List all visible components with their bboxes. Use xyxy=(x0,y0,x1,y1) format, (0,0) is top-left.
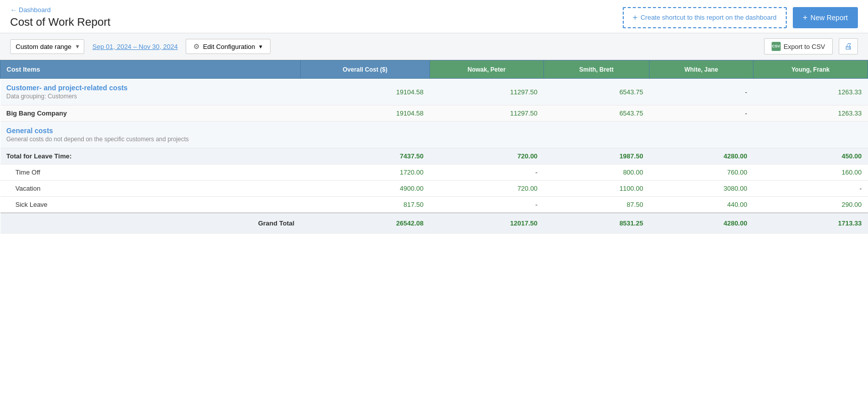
filter-toolbar: Custom date range ▼ Sep 01, 2024 – Nov 3… xyxy=(0,33,868,60)
col-header-person-4: Young, Frank xyxy=(753,61,868,79)
top-right-actions: + Create shortcut to this report on the … xyxy=(623,7,858,28)
section-general-title: General costs xyxy=(7,127,862,135)
vacation-col4: - xyxy=(753,181,868,197)
sick-leave-col2: 87.50 xyxy=(544,197,649,213)
report-table: Cost Items Overall Cost ($) Nowak, Peter… xyxy=(0,60,868,234)
customer-row-bigbang: Big Bang Company 19104.58 11297.50 6543.… xyxy=(1,105,868,122)
plus-icon-new: + xyxy=(803,13,807,22)
sick-leave-overall: 817.50 xyxy=(300,197,429,213)
section-customer-label: Customer- and project-related costs Data… xyxy=(1,79,301,105)
date-range-select[interactable]: Custom date range xyxy=(10,39,84,54)
sub-row-sick-leave: Sick Leave 817.50 - 87.50 440.00 290.00 xyxy=(1,197,868,213)
new-report-button[interactable]: + New Report xyxy=(793,7,858,28)
time-off-overall: 1720.00 xyxy=(300,164,429,181)
sick-leave-col1: - xyxy=(429,197,544,213)
leave-time-total-col3: 4280.00 xyxy=(649,148,753,164)
section-header-general: General costs General costs do not depen… xyxy=(1,122,868,148)
top-bar: ← Dashboard Cost of Work Report + Create… xyxy=(0,0,868,33)
vacation-col2: 1100.00 xyxy=(544,181,649,197)
section-customer-col2: 6543.75 xyxy=(544,79,649,105)
vacation-overall: 4900.00 xyxy=(300,181,429,197)
grand-total-overall: 26542.08 xyxy=(300,213,429,234)
bigbang-overall: 19104.58 xyxy=(300,105,429,122)
sick-leave-label: Sick Leave xyxy=(1,197,301,213)
toolbar-right: CSV Export to CSV 🖨 xyxy=(764,38,858,54)
edit-configuration-button[interactable]: ⚙ Edit Configuration ▼ xyxy=(186,39,270,54)
grand-total-col2: 8531.25 xyxy=(544,213,649,234)
bigbang-col2: 6543.75 xyxy=(544,105,649,122)
section-customer-col3: - xyxy=(649,79,753,105)
time-off-col2: 800.00 xyxy=(544,164,649,181)
dropdown-arrow-icon: ▼ xyxy=(258,44,263,49)
arrow-left-icon: ← xyxy=(10,6,17,14)
section-customer-col4: 1263.33 xyxy=(753,79,868,105)
customer-name-bigbang: Big Bang Company xyxy=(1,105,301,122)
back-link[interactable]: ← Dashboard xyxy=(10,6,111,14)
section-customer-subtitle: Data grouping: Customers xyxy=(7,93,295,100)
export-csv-label: Export to CSV xyxy=(784,43,825,50)
new-report-label: New Report xyxy=(810,14,848,22)
time-off-col3: 760.00 xyxy=(649,164,753,181)
time-off-col1: - xyxy=(429,164,544,181)
bigbang-col1: 11297.50 xyxy=(429,105,544,122)
section-customer-overall: 19104.58 xyxy=(300,79,429,105)
vacation-col1: 720.00 xyxy=(429,181,544,197)
gear-icon: ⚙ xyxy=(193,42,200,50)
csv-icon: CSV xyxy=(772,42,781,51)
leave-time-total-col4: 450.00 xyxy=(753,148,868,164)
bigbang-col4: 1263.33 xyxy=(753,105,868,122)
col-header-overall-cost: Overall Cost ($) xyxy=(300,61,429,79)
leave-time-total-col1: 720.00 xyxy=(429,148,544,164)
grand-total-col1: 12017.50 xyxy=(429,213,544,234)
leave-time-total-overall: 7437.50 xyxy=(300,148,429,164)
date-range-wrapper: Custom date range ▼ xyxy=(10,39,84,54)
leave-time-total-label: Total for Leave Time: xyxy=(1,148,301,164)
report-table-wrapper: Cost Items Overall Cost ($) Nowak, Peter… xyxy=(0,60,868,234)
grand-total-label: Grand Total xyxy=(1,213,301,234)
section-general-subtitle: General costs do not depend on the speci… xyxy=(7,136,862,143)
grand-total-row: Grand Total 26542.08 12017.50 8531.25 42… xyxy=(1,213,868,234)
page-title: Cost of Work Report xyxy=(10,16,111,29)
col-header-person-2: Smith, Brett xyxy=(544,61,649,79)
printer-icon: 🖨 xyxy=(844,42,852,51)
col-header-person-1: Nowak, Peter xyxy=(429,61,544,79)
section-customer-col1: 11297.50 xyxy=(429,79,544,105)
back-link-label: Dashboard xyxy=(19,6,51,14)
sick-leave-col3: 440.00 xyxy=(649,197,753,213)
col-header-cost-items: Cost Items xyxy=(1,61,301,79)
bigbang-col3: - xyxy=(649,105,753,122)
grand-total-col3: 4280.00 xyxy=(649,213,753,234)
grand-total-col4: 1713.33 xyxy=(753,213,868,234)
print-button[interactable]: 🖨 xyxy=(839,38,858,54)
time-off-label: Time Off xyxy=(1,164,301,181)
title-section: ← Dashboard Cost of Work Report xyxy=(10,6,111,29)
section-header-customer: Customer- and project-related costs Data… xyxy=(1,79,868,105)
sick-leave-col4: 290.00 xyxy=(753,197,868,213)
vacation-label: Vacation xyxy=(1,181,301,197)
date-range-display[interactable]: Sep 01, 2024 – Nov 30, 2024 xyxy=(92,43,178,50)
col-header-person-3: White, Jane xyxy=(649,61,753,79)
export-csv-button[interactable]: CSV Export to CSV xyxy=(764,38,833,54)
leave-time-total-row: Total for Leave Time: 7437.50 720.00 198… xyxy=(1,148,868,164)
section-customer-title: Customer- and project-related costs xyxy=(7,84,295,92)
time-off-col4: 160.00 xyxy=(753,164,868,181)
plus-icon: + xyxy=(633,13,637,22)
shortcut-button-label: Create shortcut to this report on the da… xyxy=(640,14,777,21)
leave-time-total-col2: 1987.50 xyxy=(544,148,649,164)
vacation-col3: 3080.00 xyxy=(649,181,753,197)
create-shortcut-button[interactable]: + Create shortcut to this report on the … xyxy=(623,7,787,28)
sub-row-vacation: Vacation 4900.00 720.00 1100.00 3080.00 … xyxy=(1,181,868,197)
sub-row-time-off: Time Off 1720.00 - 800.00 760.00 160.00 xyxy=(1,164,868,181)
section-general-label: General costs General costs do not depen… xyxy=(1,122,868,148)
edit-config-label: Edit Configuration xyxy=(203,43,255,50)
